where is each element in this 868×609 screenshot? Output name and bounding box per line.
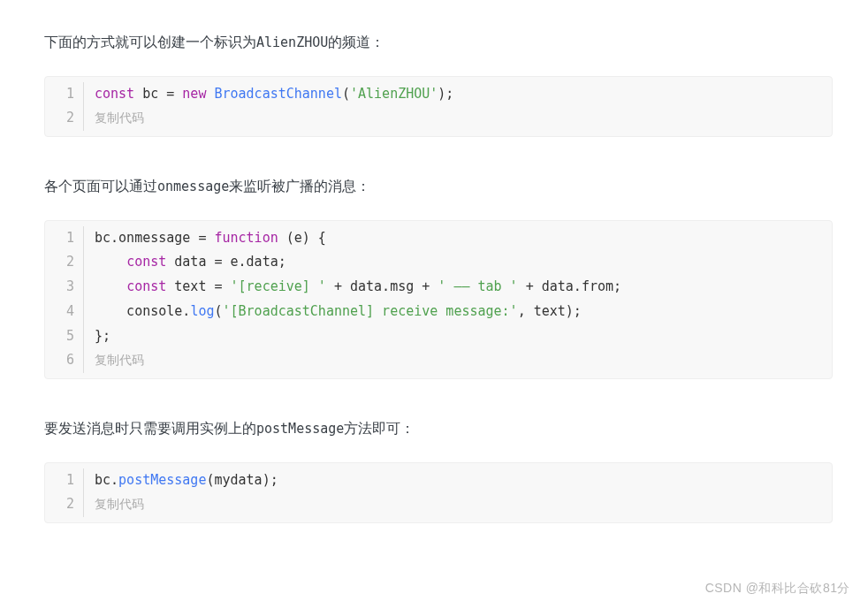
- line-number: 4: [45, 300, 84, 324]
- token-keyword: const: [126, 278, 166, 294]
- token-string: '[receive] ': [231, 278, 326, 294]
- token-function: log: [190, 303, 214, 319]
- token-function: postMessage: [118, 472, 206, 488]
- code-line: 1 bc.onmessage = function (e) {: [45, 226, 832, 251]
- token: data = e.data;: [166, 254, 286, 270]
- code-line: 4 console.log('[BroadcastChannel] receiv…: [45, 300, 832, 324]
- code-block-postmessage: 1 bc.postMessage(mydata); 2 复制代码: [44, 462, 833, 524]
- copy-code-button[interactable]: 复制代码: [84, 493, 144, 516]
- line-number: 2: [45, 492, 84, 517]
- copy-code-button[interactable]: 复制代码: [84, 107, 144, 130]
- token: [95, 254, 126, 270]
- code-content: const data = e.data;: [84, 250, 286, 275]
- token: ) {: [302, 230, 326, 246]
- code-line: 1 bc.postMessage(mydata);: [45, 468, 832, 493]
- token-string: '[BroadcastChannel] receive message:': [223, 303, 518, 319]
- token: [95, 278, 126, 294]
- token: };: [95, 328, 110, 344]
- copy-code-button[interactable]: 复制代码: [84, 349, 144, 372]
- text: 下面的方式就可以创建一个标识为: [44, 34, 256, 49]
- text: 来监听被广播的消息：: [229, 179, 370, 194]
- inline-code: onmessage: [157, 179, 229, 194]
- code-content: bc.postMessage(mydata);: [84, 468, 278, 493]
- code-content: console.log('[BroadcastChannel] receive …: [84, 300, 582, 324]
- line-number: 1: [45, 82, 84, 107]
- token: text =: [166, 278, 230, 294]
- paragraph-postmessage: 要发送消息时只需要调用实例上的postMessage方法即可：: [44, 416, 833, 441]
- line-number: 3: [45, 275, 84, 300]
- code-line: 2 复制代码: [45, 492, 832, 517]
- code-line: 5 };: [45, 324, 832, 349]
- token: console.: [95, 303, 190, 319]
- code-content: const text = '[receive] ' + data.msg + '…: [84, 275, 621, 300]
- token: + data.from;: [518, 278, 621, 294]
- token-string: ' —— tab ': [438, 278, 517, 294]
- token-keyword: function: [214, 230, 278, 246]
- token-keyword: new: [182, 86, 206, 102]
- line-number: 2: [45, 106, 84, 131]
- text: 方法即可：: [344, 421, 415, 436]
- text: 要发送消息时只需要调用实例上的: [44, 421, 256, 436]
- code-content: };: [84, 324, 110, 349]
- token: (mydata);: [206, 472, 278, 488]
- text: 的频道：: [328, 34, 385, 49]
- code-line: 1 const bc = new BroadcastChannel('Alien…: [45, 82, 832, 107]
- paragraph-create-channel: 下面的方式就可以创建一个标识为AlienZHOU的频道：: [44, 30, 833, 55]
- code-content: bc.onmessage = function (e) {: [84, 226, 326, 251]
- code-line: 2 const data = e.data;: [45, 250, 832, 275]
- token: bc.: [95, 472, 118, 488]
- code-line: 3 const text = '[receive] ' + data.msg +…: [45, 275, 832, 300]
- code-line: 6 复制代码: [45, 348, 832, 373]
- token: (: [214, 303, 222, 319]
- line-number: 1: [45, 226, 84, 251]
- inline-code: postMessage: [256, 421, 344, 437]
- token-function: BroadcastChannel: [214, 86, 342, 102]
- token-keyword: const: [126, 254, 166, 270]
- token-param: e: [294, 230, 302, 246]
- token: bc =: [134, 86, 182, 102]
- token: );: [438, 86, 453, 102]
- inline-code: AlienZHOU: [256, 34, 328, 50]
- line-number: 6: [45, 348, 84, 373]
- code-content: const bc = new BroadcastChannel('AlienZH…: [84, 82, 453, 107]
- paragraph-onmessage: 各个页面可以通过onmessage来监听被广播的消息：: [44, 174, 833, 199]
- text: 各个页面可以通过: [44, 179, 157, 194]
- code-line: 2 复制代码: [45, 106, 832, 131]
- line-number: 1: [45, 468, 84, 493]
- token-keyword: const: [95, 86, 134, 102]
- token: (: [342, 86, 350, 102]
- token: (: [278, 230, 294, 246]
- token: bc.onmessage =: [95, 230, 214, 246]
- token: + data.msg +: [326, 278, 438, 294]
- line-number: 2: [45, 250, 84, 275]
- code-block-create: 1 const bc = new BroadcastChannel('Alien…: [44, 76, 833, 138]
- line-number: 5: [45, 324, 84, 349]
- token: , text);: [518, 303, 582, 319]
- token-string: 'AlienZHOU': [350, 86, 438, 102]
- code-block-onmessage: 1 bc.onmessage = function (e) { 2 const …: [44, 220, 833, 380]
